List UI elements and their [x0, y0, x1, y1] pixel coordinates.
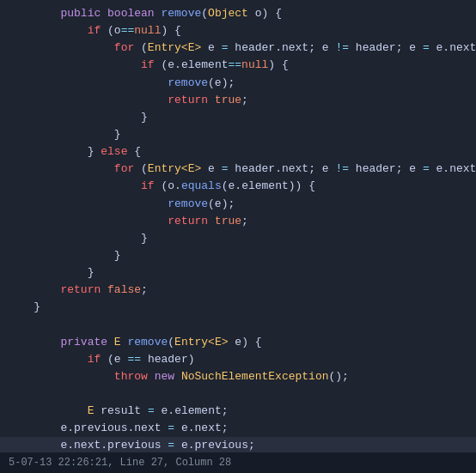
token-punc: ( — [134, 161, 148, 178]
token-punc: ; — [241, 213, 248, 230]
token-punc: ) { — [262, 5, 282, 22]
token-punc: . — [188, 437, 195, 452]
token-punc — [174, 437, 181, 452]
token-var: e — [409, 39, 416, 57]
token-punc — [121, 351, 128, 368]
token-method: equals — [181, 178, 222, 195]
token-var: element — [241, 178, 289, 195]
code-line — [0, 385, 476, 403]
token-punc: ) — [188, 351, 195, 368]
token-punc: . — [275, 39, 282, 57]
token-punc: . — [275, 161, 282, 178]
code-line: return false; — [0, 282, 476, 299]
token-punc — [416, 39, 423, 57]
token-punc: ( — [168, 334, 174, 351]
token-punc: . — [235, 178, 241, 195]
token-op: == — [121, 22, 135, 39]
token-punc: . — [67, 437, 74, 452]
token-punc: ; — [222, 420, 229, 437]
token-var: o — [114, 22, 121, 39]
token-op: = — [222, 39, 229, 57]
code-line: remove(e); — [0, 75, 476, 92]
token-kw: if — [88, 22, 101, 39]
token-kw: return — [168, 213, 208, 230]
token-punc: ( — [134, 39, 148, 57]
code-line: } — [0, 230, 476, 247]
token-punc: ( — [155, 178, 168, 195]
token-punc: . — [127, 420, 134, 437]
token-punc: ; — [248, 437, 255, 452]
token-var: o — [255, 5, 262, 22]
token-var: e — [215, 75, 222, 92]
token-var: next — [449, 161, 476, 178]
token-var: header — [356, 39, 396, 57]
token-fn: remove — [161, 5, 201, 22]
code-line — [0, 317, 476, 334]
token-punc: . — [174, 57, 181, 74]
token-punc — [174, 368, 181, 385]
status-bar: 5-07-13 22:26:21, Line 27, Column 28 — [0, 452, 476, 473]
token-punc: ) { — [268, 57, 288, 74]
token-punc: } — [88, 264, 95, 282]
token-var: previous — [195, 437, 248, 452]
token-punc: } — [141, 230, 148, 247]
token-var: element — [181, 57, 229, 74]
token-op: == — [228, 57, 241, 74]
token-kw: false — [107, 282, 141, 299]
token-var: e — [60, 437, 67, 452]
token-var: header — [148, 351, 188, 368]
token-op: != — [335, 161, 349, 178]
code-area[interactable]: public boolean remove(Object o) { if (o=… — [0, 0, 476, 452]
token-punc: . — [174, 178, 181, 195]
token-op: = — [168, 437, 174, 452]
code-line: } — [0, 264, 476, 282]
token-punc: } — [114, 126, 121, 143]
token-punc — [229, 334, 235, 351]
token-var: previous — [107, 437, 161, 452]
token-punc: ; — [396, 39, 410, 57]
token-punc — [229, 161, 235, 178]
token-punc — [141, 351, 148, 368]
token-var: next — [134, 420, 161, 437]
token-var: e — [162, 403, 168, 420]
token-op: == — [127, 351, 141, 368]
token-punc — [349, 39, 356, 57]
token-type: E — [114, 334, 121, 351]
token-var: e — [60, 420, 67, 437]
token-var: e — [409, 161, 416, 178]
code-line: throw new NoSuchElementException(); — [0, 368, 476, 385]
code-line: if (e == header) — [0, 351, 476, 368]
token-punc: } — [141, 109, 148, 126]
code-line: if (o==null) { — [0, 22, 476, 39]
token-kw: for — [114, 39, 134, 57]
token-punc: ( — [222, 178, 229, 195]
code-line: remove(e); — [0, 196, 476, 213]
token-var: e — [181, 437, 188, 452]
token-op: = — [168, 420, 174, 437]
token-punc — [349, 161, 356, 178]
token-punc: . — [67, 420, 74, 437]
token-punc: ; — [308, 39, 322, 57]
token-kw: true — [215, 213, 241, 230]
token-punc — [201, 39, 208, 57]
token-punc: ( — [208, 75, 215, 92]
token-op: = — [423, 161, 430, 178]
token-var: element — [174, 403, 222, 420]
token-punc: . — [188, 420, 195, 437]
token-punc: { — [127, 143, 141, 161]
token-punc: ( — [155, 57, 168, 74]
token-punc: ( — [101, 22, 114, 39]
token-kw: if — [88, 351, 101, 368]
token-punc — [155, 403, 162, 420]
token-var: header — [235, 39, 275, 57]
token-punc: . — [442, 161, 449, 178]
token-punc: ; — [222, 403, 229, 420]
code-line: if (o.equals(e.element)) { — [0, 178, 476, 195]
token-punc: )) { — [289, 178, 315, 195]
token-punc — [101, 5, 107, 22]
code-line: } — [0, 126, 476, 143]
token-punc: } — [114, 247, 121, 264]
token-var: header — [235, 161, 275, 178]
token-punc: ; — [308, 161, 322, 178]
token-var: previous — [74, 420, 127, 437]
